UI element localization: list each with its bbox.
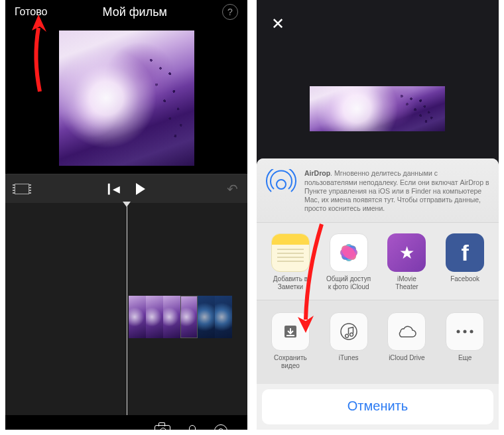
help-icon[interactable]: ? (222, 4, 238, 20)
background-thumbnail (310, 86, 445, 131)
more-icon (446, 312, 484, 351)
svg-point-14 (464, 330, 467, 334)
airdrop-section[interactable]: AirDrop. Мгновенно делитесь данными с по… (257, 158, 499, 222)
share-imovie-theater[interactable]: ★ iMovie Theater (381, 233, 433, 290)
share-icloud-photos[interactable]: Общий доступ к фото iCloud (323, 233, 375, 290)
timeline[interactable] (5, 203, 247, 415)
airdrop-icon (266, 169, 296, 200)
action-itunes[interactable]: iTunes (323, 312, 375, 369)
save-video-icon (271, 312, 310, 351)
done-button[interactable]: Готово (15, 6, 47, 18)
action-save-video[interactable]: Сохранить видео (265, 312, 316, 369)
imovie-editor-screen: Готово Мой фильм ? ▎◀ ↶ (5, 0, 247, 430)
camera-icon[interactable] (155, 425, 170, 430)
app-share-row: Добавить в Заметки (257, 223, 499, 300)
timeline-clips[interactable] (129, 296, 232, 338)
share-sheet: AirDrop. Мгновенно делитесь данными с по… (257, 158, 499, 430)
close-icon[interactable]: ✕ (271, 15, 284, 33)
action-more[interactable]: Еще (439, 312, 491, 369)
undo-icon[interactable]: ↶ (227, 181, 238, 197)
action-icloud-drive[interactable]: iCloud Drive (381, 312, 433, 369)
svg-point-1 (277, 180, 286, 189)
project-title: Мой фильм (103, 5, 167, 19)
bottom-toolbar (5, 415, 247, 430)
svg-point-15 (470, 330, 473, 334)
action-row: Сохранить видео iTunes iCloud Drive Еще (257, 300, 499, 384)
skip-back-icon[interactable]: ▎◀ (108, 184, 117, 194)
facebook-icon: f (446, 233, 484, 272)
svg-point-13 (457, 330, 460, 334)
share-facebook[interactable]: f Facebook (439, 233, 491, 290)
microphone-icon[interactable] (189, 425, 196, 430)
cancel-button[interactable]: Отменить (262, 389, 493, 424)
svg-rect-11 (286, 335, 294, 336)
photos-icon (330, 233, 368, 272)
airdrop-description: AirDrop. Мгновенно делитесь данными с по… (304, 169, 489, 213)
play-icon[interactable] (136, 183, 145, 195)
imovie-theater-icon: ★ (387, 233, 426, 272)
share-sheet-screen: ✕ AirDrop. Мгновенно делитесь данными с … (257, 0, 499, 430)
top-bar: Готово Мой фильм ? (5, 0, 247, 24)
playback-controls: ▎◀ ↶ (5, 174, 247, 203)
share-notes[interactable]: Добавить в Заметки (265, 233, 316, 290)
notes-icon (271, 233, 310, 272)
media-library-icon[interactable] (15, 184, 29, 194)
icloud-icon (387, 312, 426, 351)
preview-area (5, 24, 247, 174)
video-preview[interactable] (59, 31, 194, 166)
settings-icon[interactable] (214, 424, 227, 430)
itunes-icon (330, 312, 368, 351)
